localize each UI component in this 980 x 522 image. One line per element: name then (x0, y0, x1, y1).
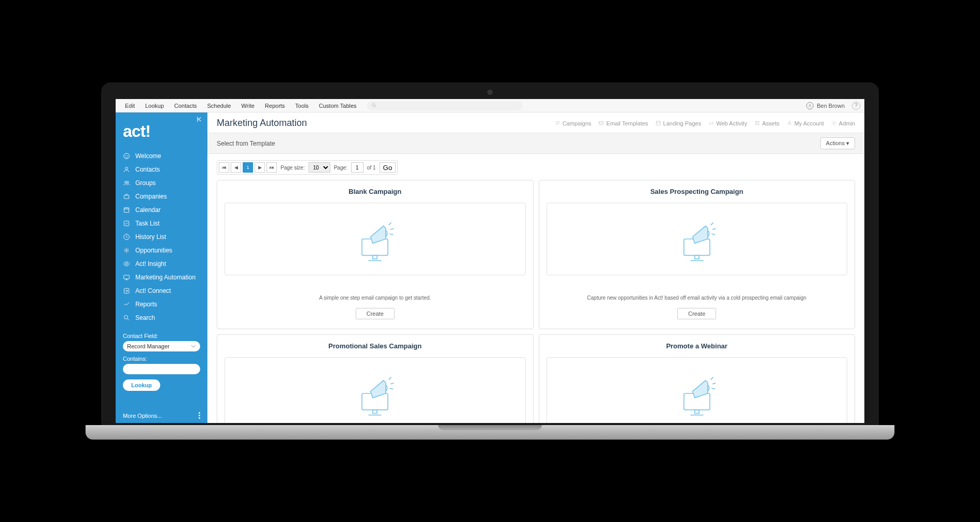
collapse-sidebar-icon[interactable] (196, 116, 203, 124)
svg-point-9 (127, 181, 129, 184)
user-name: Ben Brown (817, 103, 845, 109)
svg-point-36 (833, 122, 835, 124)
sidebar-item-calendar[interactable]: Calendar (116, 203, 207, 217)
svg-point-17 (126, 250, 127, 251)
svg-line-25 (128, 319, 129, 320)
top-menu-bar: EditLookupContactsScheduleWriteReportsTo… (116, 99, 864, 112)
svg-line-47 (712, 229, 716, 230)
card-illustration (225, 357, 526, 423)
calendar-icon (123, 206, 130, 214)
pager-last[interactable]: ⏭ (267, 162, 277, 173)
svg-line-54 (390, 388, 394, 389)
sub-nav: CampaignsEmail TemplatesLanding PagesWeb… (555, 120, 855, 126)
sidebar-item-companies[interactable]: Companies (116, 190, 207, 203)
menu-lookup[interactable]: Lookup (140, 103, 169, 109)
template-bar-title: Select from Template (217, 140, 275, 147)
more-options-link[interactable]: More Options... (116, 408, 207, 423)
svg-line-53 (390, 383, 394, 384)
sidebar-item-groups[interactable]: Groups (116, 176, 207, 190)
kebab-icon (199, 412, 200, 419)
contains-label: Contains: (123, 356, 200, 362)
pager-next[interactable]: ▶ (255, 162, 265, 173)
sidebar-item-label: Contacts (135, 166, 160, 173)
menu-schedule[interactable]: Schedule (202, 103, 236, 109)
card-illustration (547, 203, 848, 275)
contains-input[interactable] (123, 364, 200, 374)
laptop-base (86, 425, 894, 440)
template-card-0: Blank CampaignA simple one step email ca… (217, 180, 534, 329)
menu-contacts[interactable]: Contacts (169, 103, 202, 109)
template-card-3: Promote a Webinar (539, 334, 856, 423)
pager-first[interactable]: ⏮ (219, 162, 229, 173)
svg-rect-56 (695, 410, 699, 414)
sidebar-item-contacts[interactable]: Contacts (116, 163, 207, 176)
sidebar-lookup-panel: Contact Field: Record Manager Contains: … (116, 328, 207, 396)
menu-edit[interactable]: Edit (120, 103, 140, 109)
user-menu[interactable]: Ben Brown (806, 102, 845, 109)
main-content: Marketing Automation CampaignsEmail Temp… (207, 112, 864, 423)
sidebar-item-label: Groups (135, 179, 156, 187)
app-screen: EditLookupContactsScheduleWriteReportsTo… (116, 99, 864, 423)
svg-line-48 (711, 234, 715, 235)
menu-tools[interactable]: Tools (290, 103, 314, 109)
menu-custom-tables[interactable]: Custom Tables (314, 103, 362, 109)
svg-rect-44 (695, 256, 699, 259)
svg-point-5 (125, 156, 126, 156)
pager-prev[interactable]: ◀ (231, 162, 241, 173)
contact-field-select[interactable]: Record Manager (123, 341, 200, 351)
page-num-input[interactable] (351, 162, 363, 173)
subnav-landing-pages[interactable]: Landing Pages (655, 120, 701, 126)
sidebar-item-label: Task List (135, 220, 160, 227)
svg-rect-15 (124, 221, 129, 225)
page-of-total: of 1 (367, 165, 376, 171)
subnav-assets[interactable]: Assets (754, 120, 779, 126)
pager: ⏮ ◀ 1 ▶ ⏭ Page size: 10 Page: of 1 Go (217, 160, 398, 175)
svg-line-40 (389, 222, 391, 225)
subnav-email-templates[interactable]: Email Templates (598, 120, 648, 126)
sidebar-item-act-insight[interactable]: Act! Insight (116, 257, 207, 271)
card-title: Sales Prospecting Campaign (547, 188, 848, 195)
connect-icon (123, 287, 130, 294)
sidebar-item-opportunities[interactable]: Opportunities (116, 244, 207, 257)
sidebar-item-label: Act! Insight (135, 260, 166, 267)
sidebar: act! WelcomeContactsGroupsCompaniesCalen… (116, 112, 207, 423)
create-button[interactable]: Create (356, 308, 395, 319)
create-button[interactable]: Create (677, 308, 716, 319)
global-search[interactable] (367, 101, 523, 110)
pager-go-button[interactable]: Go (380, 162, 396, 173)
subnav-admin[interactable]: Admin (831, 120, 855, 126)
pager-page-1[interactable]: 1 (243, 162, 253, 173)
eye-icon (123, 260, 130, 267)
subnav-web-activity[interactable]: Web Activity (708, 120, 747, 126)
sidebar-item-welcome[interactable]: Welcome (116, 149, 207, 163)
card-illustration (547, 357, 848, 423)
page-size-label: Page size: (281, 165, 305, 171)
avatar-icon (806, 102, 814, 109)
svg-point-2 (809, 104, 811, 106)
sidebar-item-task-list[interactable]: Task List (116, 217, 207, 230)
menu-write[interactable]: Write (236, 103, 259, 109)
sidebar-item-label: Act! Connect (135, 287, 171, 294)
subnav-my-account[interactable]: My Account (787, 120, 824, 126)
sidebar-item-act-connect[interactable]: Act! Connect (116, 284, 207, 298)
svg-point-4 (124, 153, 130, 159)
actions-dropdown[interactable]: Actions ▾ (820, 137, 855, 149)
more-options-label: More Options... (123, 413, 162, 419)
svg-rect-33 (755, 121, 759, 124)
page-label: Page: (334, 165, 347, 171)
opps-icon (123, 247, 130, 254)
svg-line-59 (712, 383, 716, 384)
sidebar-item-marketing-automation[interactable]: Marketing Automation (116, 271, 207, 284)
subnav-campaigns[interactable]: Campaigns (555, 120, 592, 126)
lookup-button[interactable]: Lookup (123, 379, 160, 391)
sidebar-nav: WelcomeContactsGroupsCompaniesCalendarTa… (116, 146, 207, 328)
search-input[interactable] (380, 103, 519, 109)
sidebar-item-search[interactable]: Search (116, 311, 207, 325)
page-size-select[interactable]: 10 (309, 162, 330, 173)
sidebar-item-reports[interactable]: Reports (116, 298, 207, 311)
sidebar-item-history-list[interactable]: History List (116, 230, 207, 244)
help-icon[interactable]: ? (852, 102, 860, 110)
template-cards-grid: Blank CampaignA simple one step email ca… (217, 180, 855, 423)
card-title: Blank Campaign (225, 188, 526, 195)
menu-reports[interactable]: Reports (260, 103, 290, 109)
